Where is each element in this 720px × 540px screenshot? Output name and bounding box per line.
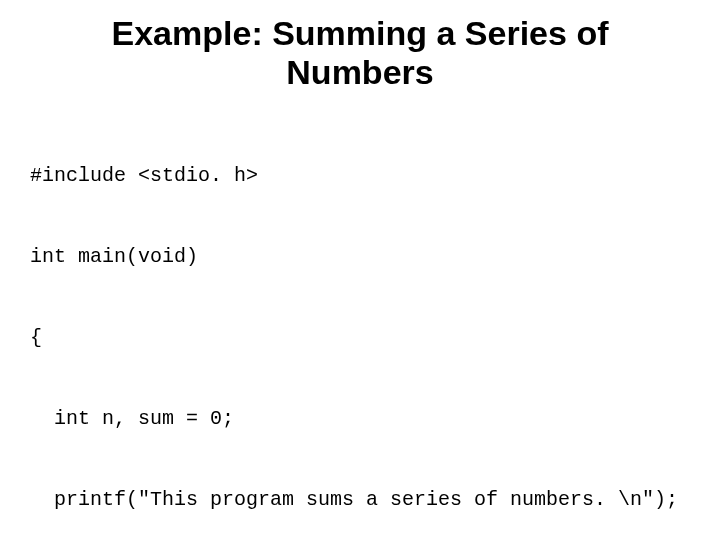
slide: Example: Summing a Series of Numbers #in… <box>0 0 720 540</box>
code-line: { <box>30 324 690 351</box>
code-line: int n, sum = 0; <box>30 405 690 432</box>
slide-title: Example: Summing a Series of Numbers <box>60 14 660 92</box>
code-line: printf("This program sums a series of nu… <box>30 486 690 513</box>
code-block: #include <stdio. h> int main(void) { int… <box>30 108 690 540</box>
code-line: #include <stdio. h> <box>30 162 690 189</box>
code-line: int main(void) <box>30 243 690 270</box>
